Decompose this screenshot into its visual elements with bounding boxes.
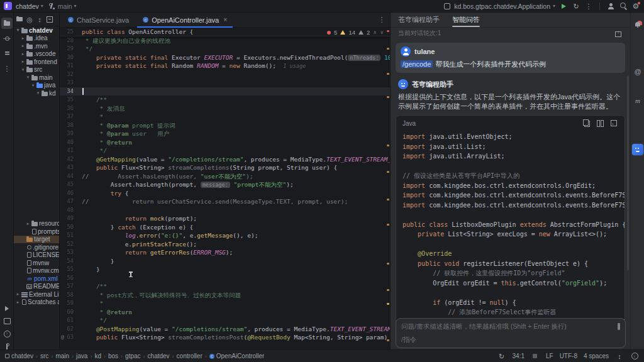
settings-icon[interactable]: ⚙ [631,2,640,11]
more-actions-button[interactable]: ⋮ [584,2,593,11]
breadcrumb-item-chatdev[interactable]: chatdev [5,353,33,359]
rerun-button[interactable]: ↻ [572,2,580,11]
stripe-mark[interactable] [387,73,389,75]
collapse-all-icon[interactable] [45,15,54,24]
breadcrumb-item-OpenAiController[interactable]: COpenAiController [209,353,265,359]
project-folder-icon[interactable] [15,15,24,24]
breadcrumb-item-bos[interactable]: bos [108,353,118,359]
stripe-mark[interactable] [387,289,389,291]
stripe-mark[interactable] [387,145,389,146]
tree-item-frontend[interactable]: ▸frontend [14,58,59,66]
toggle-icon[interactable]: ↕ [615,352,624,361]
prev-problem-icon[interactable]: ∧ [373,30,377,35]
tool-project-icon[interactable] [1,18,13,29]
tree-item-.vscode[interactable]: ▸.vscode [14,50,59,58]
tool-terminal-icon[interactable] [1,315,13,327]
breadcrumb-item-java[interactable]: java [76,353,87,359]
breadcrumb-item-main[interactable]: main [55,353,69,359]
stripe-mark[interactable] [387,224,389,226]
stripe-mark[interactable] [387,30,389,32]
tree-item-resources[interactable]: ▸resources [14,220,59,228]
prompt-input[interactable]: 问题/需求描述越清晰，结果越精准哦 (Shift + Enter 换行) /指令 [396,318,626,348]
search-everywhere-icon[interactable] [619,2,628,11]
editor-tab-OpenAiController.java[interactable]: COpenAiController.java× [137,13,233,27]
tree-item-main[interactable]: ▾main [14,74,59,82]
tree-item-Scratches and Consoles[interactable]: ▸Scratches and Consoles [14,299,59,307]
run-button[interactable] [559,2,568,11]
tab-coding-assistant[interactable]: 苍穹编程助手 [398,13,440,27]
insert-code-icon[interactable] [609,119,618,128]
editor-line: 45 Assert.hasLength(prompt, message: "pr… [60,180,390,189]
tree-item-.gitignore[interactable]: .gitignore [14,243,59,251]
tab-list-menu-icon[interactable]: ⋮ [377,15,386,24]
panel-options-icon[interactable]: ⋮ [55,15,60,24]
inspections-widget[interactable]: 5 14 2 ∧ ∨ [327,29,384,36]
editor-tab-ChatService.java[interactable]: CChatService.java [62,13,135,27]
tree-item-prompts[interactable]: prompts [14,228,59,236]
tab-smart-chat[interactable]: 智能问答 [452,13,480,27]
maven-icon[interactable]: m [631,94,644,107]
code-editor[interactable]: 25public class OpenAiController {28 * 建议… [60,28,390,349]
stripe-mark[interactable] [387,199,389,200]
caret-position[interactable]: 34:1 [512,353,524,359]
tree-item-README.md[interactable]: MREADME.md [14,283,59,291]
tree-item-.mvn[interactable]: ▸.mvn [14,42,59,50]
breadcrumb-item-gtpac[interactable]: gtpac [125,353,140,359]
stripe-mark[interactable] [387,96,389,98]
assistant-tool-icon[interactable] [631,143,644,156]
line-separator[interactable]: LF [546,353,553,359]
tree-item-java[interactable]: ▾java [14,82,59,90]
tree-item-target[interactable]: target [14,236,59,244]
locate-file-icon[interactable]: ◎ [25,15,34,24]
assistant-scrollbar[interactable] [627,75,629,270]
stripe-mark[interactable] [387,339,389,341]
gutter-line-number: 34 [60,87,77,96]
open-in-editor-icon[interactable] [614,29,623,38]
run-config-selector[interactable]: kd.bos.gtpac.chatdev.Application▾ [443,2,555,11]
user-add-icon[interactable] [606,2,615,11]
tool-problems-icon[interactable] [1,328,13,339]
tool-commit-icon[interactable] [1,33,13,44]
copy-code-icon[interactable] [582,119,591,128]
breadcrumb-item-chatdev[interactable]: chatdev [148,353,170,359]
tree-item-kd[interactable]: ▾kd [14,89,59,97]
tree-item-src[interactable]: ▾src [14,66,59,74]
tool-structure-icon[interactable] [1,48,13,59]
tree-item-mvnw.cmd[interactable]: mvnw.cmd [14,267,59,275]
tree-item-label: frontend [34,58,57,65]
diff-code-icon[interactable] [596,119,604,128]
tree-item-External Libraries[interactable]: ▸External Libraries [14,290,59,299]
inspections-widget-icon[interactable] [630,352,639,361]
command-hint[interactable]: /指令 [401,336,416,344]
stripe-mark[interactable] [387,263,389,265]
assistant-code[interactable]: import java.util.EventObject;import java… [396,131,625,326]
ai-chat-icon[interactable]: @ [631,65,644,78]
tool-more-icon[interactable]: ⋮ [1,63,13,74]
tree-item-LICENSE[interactable]: LICENSE [14,251,59,260]
notifications-icon[interactable] [631,18,644,30]
sync-status-icon[interactable]: ↻ [497,352,506,361]
project-selector[interactable]: chatdev▾ [16,3,43,10]
stripe-mark[interactable] [387,303,389,305]
tool-run-icon[interactable] [1,303,13,314]
tree-folder-icon [26,45,33,49]
breadcrumb-item-kd[interactable]: kd [94,353,101,359]
breadcrumb-item-src[interactable]: src [40,353,48,359]
branch-selector[interactable]: main▾ [47,2,77,11]
tree-item-.idea[interactable]: ▸.idea [14,35,59,43]
tree-item-chatdev[interactable]: ▾chatdev [14,26,59,35]
stripe-mark[interactable] [387,48,389,50]
stripe-mark[interactable] [387,171,389,173]
editor-area: CChatService.javaCOpenAiController.java×… [60,13,390,349]
close-tab-icon[interactable]: × [223,16,227,23]
readonly-icon[interactable] [531,352,540,361]
annotation-gutter-icon[interactable]: @ [61,333,64,342]
encoding[interactable]: UTF-8 [560,353,577,359]
expand-selection-icon[interactable]: ↕ [35,15,44,24]
tree-item-mvnw[interactable]: mvnw [14,259,59,267]
indent-style[interactable]: 4 spaces [584,353,609,359]
command-chip[interactable]: /gencode [401,60,433,68]
breadcrumb-item-controller[interactable]: controller [177,353,203,359]
tree-item-pom.xml[interactable]: mpom.xml [14,275,59,283]
next-problem-icon[interactable]: ∨ [380,30,384,35]
